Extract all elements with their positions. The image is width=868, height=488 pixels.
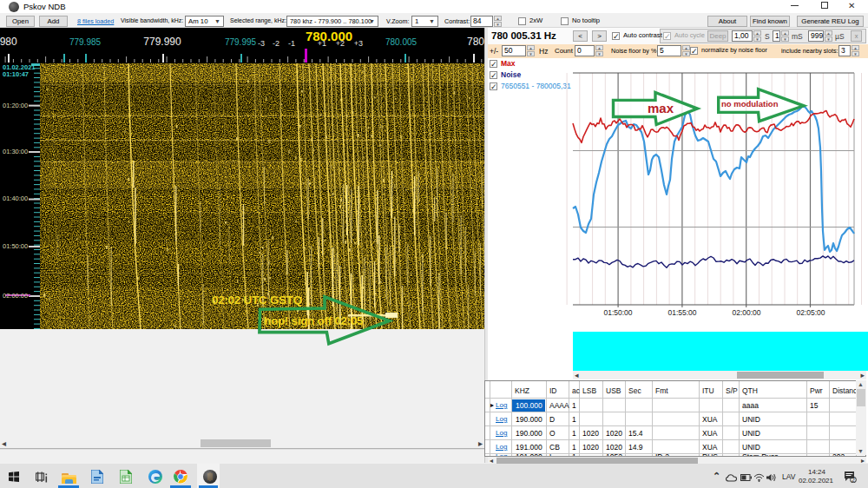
svg-text:2: 2: [852, 477, 855, 483]
